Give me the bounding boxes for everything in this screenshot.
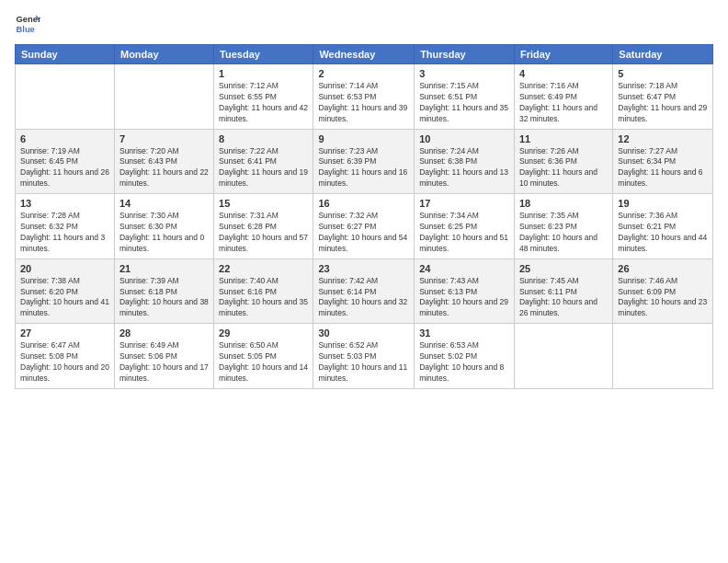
calendar-cell: 31Sunrise: 6:53 AMSunset: 5:02 PMDayligh…	[415, 324, 515, 389]
col-header-friday: Friday	[514, 45, 612, 64]
calendar-cell: 24Sunrise: 7:43 AMSunset: 6:13 PMDayligh…	[415, 259, 515, 324]
day-number: 6	[20, 133, 109, 144]
calendar-cell: 1Sunrise: 7:12 AMSunset: 6:55 PMDaylight…	[214, 64, 313, 130]
day-number: 15	[219, 198, 308, 209]
day-info: Sunrise: 6:52 AMSunset: 5:03 PMDaylight:…	[318, 340, 409, 385]
calendar-cell: 9Sunrise: 7:23 AMSunset: 6:39 PMDaylight…	[313, 129, 415, 194]
calendar-cell: 3Sunrise: 7:15 AMSunset: 6:51 PMDaylight…	[415, 64, 515, 130]
calendar-cell: 27Sunrise: 6:47 AMSunset: 5:08 PMDayligh…	[16, 324, 115, 389]
calendar-cell: 28Sunrise: 6:49 AMSunset: 5:06 PMDayligh…	[114, 324, 213, 389]
calendar-week-row: 20Sunrise: 7:38 AMSunset: 6:20 PMDayligh…	[16, 259, 713, 324]
day-info: Sunrise: 7:32 AMSunset: 6:27 PMDaylight:…	[318, 211, 409, 255]
day-info: Sunrise: 7:45 AMSunset: 6:11 PMDaylight:…	[519, 276, 608, 320]
calendar-cell: 26Sunrise: 7:46 AMSunset: 6:09 PMDayligh…	[613, 259, 713, 324]
day-info: Sunrise: 7:42 AMSunset: 6:14 PMDaylight:…	[318, 276, 409, 320]
calendar-cell: 4Sunrise: 7:16 AMSunset: 6:49 PMDaylight…	[514, 64, 612, 130]
page-header: General Blue	[15, 11, 713, 37]
day-number: 30	[318, 327, 409, 339]
col-header-monday: Monday	[114, 45, 213, 64]
day-info: Sunrise: 7:30 AMSunset: 6:30 PMDaylight:…	[119, 211, 209, 255]
calendar-cell: 12Sunrise: 7:27 AMSunset: 6:34 PMDayligh…	[613, 129, 713, 194]
calendar-table: SundayMondayTuesdayWednesdayThursdayFrid…	[15, 44, 713, 389]
day-info: Sunrise: 7:23 AMSunset: 6:39 PMDaylight:…	[318, 146, 409, 190]
day-info: Sunrise: 7:15 AMSunset: 6:51 PMDaylight:…	[419, 81, 509, 125]
day-number: 14	[119, 198, 209, 209]
day-number: 29	[219, 327, 308, 339]
calendar-cell: 6Sunrise: 7:19 AMSunset: 6:45 PMDaylight…	[16, 129, 115, 194]
calendar-cell: 13Sunrise: 7:28 AMSunset: 6:32 PMDayligh…	[16, 194, 115, 259]
day-info: Sunrise: 7:22 AMSunset: 6:41 PMDaylight:…	[219, 146, 308, 190]
day-info: Sunrise: 7:16 AMSunset: 6:49 PMDaylight:…	[519, 81, 608, 125]
day-info: Sunrise: 7:24 AMSunset: 6:38 PMDaylight:…	[419, 146, 509, 190]
day-info: Sunrise: 6:49 AMSunset: 5:06 PMDaylight:…	[119, 340, 209, 385]
day-info: Sunrise: 7:43 AMSunset: 6:13 PMDaylight:…	[419, 276, 509, 320]
col-header-thursday: Thursday	[415, 45, 515, 64]
calendar-cell: 10Sunrise: 7:24 AMSunset: 6:38 PMDayligh…	[415, 129, 515, 194]
calendar-week-row: 13Sunrise: 7:28 AMSunset: 6:32 PMDayligh…	[16, 194, 713, 259]
day-info: Sunrise: 7:35 AMSunset: 6:23 PMDaylight:…	[519, 211, 608, 255]
day-number: 12	[618, 133, 708, 144]
day-info: Sunrise: 7:34 AMSunset: 6:25 PMDaylight:…	[419, 211, 509, 255]
day-info: Sunrise: 7:20 AMSunset: 6:43 PMDaylight:…	[119, 146, 209, 190]
day-info: Sunrise: 7:31 AMSunset: 6:28 PMDaylight:…	[219, 211, 308, 255]
day-number: 5	[618, 68, 708, 79]
calendar-cell	[16, 64, 115, 130]
day-info: Sunrise: 7:26 AMSunset: 6:36 PMDaylight:…	[519, 146, 608, 190]
day-info: Sunrise: 7:18 AMSunset: 6:47 PMDaylight:…	[618, 81, 708, 125]
day-number: 4	[519, 68, 608, 79]
calendar-cell: 20Sunrise: 7:38 AMSunset: 6:20 PMDayligh…	[16, 259, 115, 324]
day-info: Sunrise: 7:28 AMSunset: 6:32 PMDaylight:…	[20, 211, 109, 255]
day-info: Sunrise: 6:53 AMSunset: 5:02 PMDaylight:…	[419, 340, 509, 385]
day-info: Sunrise: 7:19 AMSunset: 6:45 PMDaylight:…	[20, 146, 109, 190]
day-number: 27	[20, 327, 109, 339]
calendar-cell: 14Sunrise: 7:30 AMSunset: 6:30 PMDayligh…	[114, 194, 213, 259]
calendar-cell	[114, 64, 213, 130]
col-header-wednesday: Wednesday	[313, 45, 415, 64]
calendar-cell: 7Sunrise: 7:20 AMSunset: 6:43 PMDaylight…	[114, 129, 213, 194]
col-header-sunday: Sunday	[16, 45, 115, 64]
day-info: Sunrise: 7:39 AMSunset: 6:18 PMDaylight:…	[119, 276, 209, 320]
day-info: Sunrise: 6:47 AMSunset: 5:08 PMDaylight:…	[20, 340, 109, 385]
day-number: 19	[618, 198, 708, 209]
calendar-cell: 23Sunrise: 7:42 AMSunset: 6:14 PMDayligh…	[313, 259, 415, 324]
logo: General Blue	[15, 11, 40, 37]
day-number: 21	[119, 263, 209, 274]
day-number: 31	[419, 327, 509, 339]
calendar-cell: 25Sunrise: 7:45 AMSunset: 6:11 PMDayligh…	[514, 259, 612, 324]
calendar-cell: 22Sunrise: 7:40 AMSunset: 6:16 PMDayligh…	[214, 259, 313, 324]
calendar-cell: 11Sunrise: 7:26 AMSunset: 6:36 PMDayligh…	[514, 129, 612, 194]
day-number: 8	[219, 133, 308, 144]
day-number: 28	[119, 327, 209, 339]
calendar-cell: 19Sunrise: 7:36 AMSunset: 6:21 PMDayligh…	[613, 194, 713, 259]
day-info: Sunrise: 7:12 AMSunset: 6:55 PMDaylight:…	[219, 81, 308, 125]
day-info: Sunrise: 7:46 AMSunset: 6:09 PMDaylight:…	[618, 276, 708, 320]
calendar-cell: 29Sunrise: 6:50 AMSunset: 5:05 PMDayligh…	[214, 324, 313, 389]
svg-text:Blue: Blue	[17, 25, 35, 34]
day-number: 24	[419, 263, 509, 274]
day-number: 13	[20, 198, 109, 209]
day-info: Sunrise: 7:38 AMSunset: 6:20 PMDaylight:…	[20, 276, 109, 320]
day-info: Sunrise: 6:50 AMSunset: 5:05 PMDaylight:…	[219, 340, 308, 385]
day-number: 25	[519, 263, 608, 274]
calendar-cell: 5Sunrise: 7:18 AMSunset: 6:47 PMDaylight…	[613, 64, 713, 130]
calendar-cell	[514, 324, 612, 389]
day-number: 7	[119, 133, 209, 144]
day-info: Sunrise: 7:14 AMSunset: 6:53 PMDaylight:…	[318, 81, 409, 125]
day-number: 16	[318, 198, 409, 209]
day-number: 2	[318, 68, 409, 79]
day-number: 10	[419, 133, 509, 144]
logo-icon: General Blue	[15, 11, 40, 37]
calendar-week-row: 27Sunrise: 6:47 AMSunset: 5:08 PMDayligh…	[16, 324, 713, 389]
calendar-cell: 21Sunrise: 7:39 AMSunset: 6:18 PMDayligh…	[114, 259, 213, 324]
day-number: 22	[219, 263, 308, 274]
calendar-cell: 30Sunrise: 6:52 AMSunset: 5:03 PMDayligh…	[313, 324, 415, 389]
day-number: 18	[519, 198, 608, 209]
calendar-cell: 8Sunrise: 7:22 AMSunset: 6:41 PMDaylight…	[214, 129, 313, 194]
calendar-header-row: SundayMondayTuesdayWednesdayThursdayFrid…	[16, 45, 713, 64]
day-number: 17	[419, 198, 509, 209]
day-info: Sunrise: 7:36 AMSunset: 6:21 PMDaylight:…	[618, 211, 708, 255]
day-number: 23	[318, 263, 409, 274]
day-number: 1	[219, 68, 308, 79]
day-number: 26	[618, 263, 708, 274]
calendar-cell: 16Sunrise: 7:32 AMSunset: 6:27 PMDayligh…	[313, 194, 415, 259]
